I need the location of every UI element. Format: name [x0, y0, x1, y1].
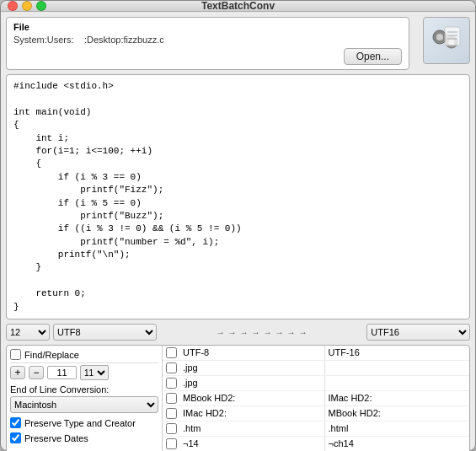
row-left-5: .htm [179, 421, 325, 436]
find-replace-label: Find/Replace [24, 350, 79, 360]
row-right-3: IMac HD2: [325, 391, 470, 405]
file-system: System:Users: [13, 35, 81, 45]
row-left-1: .jpg [179, 361, 325, 375]
app-icon [423, 17, 470, 64]
row-left-4: IMac HD2: [179, 406, 325, 421]
row-left-6: ¬14 [179, 437, 325, 451]
row-right-5: .html [325, 421, 470, 436]
window-title: TextBatchConv [201, 0, 275, 12]
open-button[interactable]: Open... [344, 48, 402, 65]
arrow-8: → [298, 327, 308, 338]
preserve-dates-checkbox[interactable] [10, 432, 21, 443]
right-panel: UTF-8 UTF-16 .jpg .jpg MBook HD2: IMac H… [163, 346, 469, 451]
arrow-2: → [227, 327, 238, 338]
file-section: File System:Users: :Desktop:fizzbuzz.c O… [6, 17, 409, 70]
table-row: UTF-8 UTF-16 [163, 346, 469, 361]
arrow-1: → [216, 327, 226, 338]
row-checkbox-0[interactable] [163, 346, 179, 360]
main-window: TextBatchConv File System:Users: :Deskto… [0, 0, 476, 451]
table-row: MBook HD2: IMac HD2: [163, 391, 469, 406]
encoding-row: 12 11 10 14 UTF8 UTF16 Shift-JIS → → → →… [6, 324, 470, 341]
table-row: .jpg [163, 376, 469, 391]
row-right-6: ¬ch14 [325, 437, 470, 451]
main-panel: Find/Replace + − 11 12 10 End of Line Co… [6, 345, 470, 451]
svg-point-1 [436, 34, 443, 40]
row-checkbox-2[interactable] [163, 376, 179, 390]
find-replace-row: Find/Replace [10, 349, 158, 363]
file-label: File [13, 22, 402, 32]
code-editor[interactable]: #include <stdio.h> int main(void) { int … [6, 74, 470, 319]
preserve-type-label: Preserve Type and Creator [24, 418, 136, 428]
eol-select[interactable]: Macintosh Unix Windows [10, 396, 158, 413]
number-field[interactable] [47, 366, 77, 379]
content-area: File System:Users: :Desktop:fizzbuzz.c O… [1, 12, 475, 451]
table-row: IMac HD2: MBook HD2: [163, 406, 469, 421]
source-encoding-select[interactable]: UTF8 UTF16 Shift-JIS [53, 324, 157, 341]
minimize-button[interactable] [22, 1, 32, 11]
preserve-type-row: Preserve Type and Creator [10, 415, 158, 428]
target-encoding-select[interactable]: UTF16 UTF8 Shift-JIS [366, 324, 470, 341]
eol-section: End of Line Conversion: Macintosh Unix W… [10, 382, 158, 413]
traffic-lights [8, 1, 46, 11]
plus-minus-row: + − 11 12 10 [10, 365, 158, 380]
preserve-type-checkbox[interactable] [10, 417, 21, 428]
row-checkbox-5[interactable] [163, 421, 179, 436]
table-row: .htm .html [163, 421, 469, 437]
file-path: :Desktop:fizzbuzz.c [84, 35, 164, 45]
row-right-1 [325, 361, 470, 375]
arrows: → → → → → → → → [160, 327, 364, 338]
row-checkbox-6[interactable] [163, 437, 179, 451]
row-right-4: MBook HD2: [325, 406, 470, 421]
remove-button[interactable]: − [29, 366, 44, 379]
find-replace-checkbox[interactable] [10, 349, 21, 360]
table-row: .jpg [163, 361, 469, 376]
number-select[interactable]: 12 11 10 14 [6, 324, 50, 341]
row-checkbox-4[interactable] [163, 406, 179, 421]
row-checkbox-1[interactable] [163, 361, 179, 375]
arrow-4: → [251, 327, 261, 338]
preserve-dates-label: Preserve Dates [24, 433, 88, 443]
file-path-row: System:Users: :Desktop:fizzbuzz.c [13, 35, 402, 45]
arrow-7: → [286, 327, 297, 338]
row-left-0: UTF-8 [179, 346, 325, 360]
arrow-3: → [239, 327, 249, 338]
close-button[interactable] [8, 1, 18, 11]
maximize-button[interactable] [36, 1, 46, 11]
open-btn-row: Open... [13, 48, 402, 65]
arrow-5: → [263, 327, 273, 338]
table-row: ¬14 ¬ch14 [163, 437, 469, 451]
row-right-0: UTF-16 [325, 346, 470, 360]
preserve-dates-row: Preserve Dates [10, 430, 158, 443]
add-button[interactable]: + [10, 366, 25, 379]
conversion-table: UTF-8 UTF-16 .jpg .jpg MBook HD2: IMac H… [163, 346, 469, 451]
row-right-2 [325, 376, 470, 390]
arrow-6: → [275, 327, 285, 338]
row-left-3: MBook HD2: [179, 391, 325, 405]
row-left-2: .jpg [179, 376, 325, 390]
titlebar: TextBatchConv [1, 1, 475, 12]
num-stepper[interactable]: 11 12 10 [80, 365, 109, 380]
eol-label: End of Line Conversion: [10, 384, 158, 395]
row-checkbox-3[interactable] [163, 391, 179, 405]
left-panel: Find/Replace + − 11 12 10 End of Line Co… [7, 346, 163, 451]
svg-rect-4 [445, 27, 460, 46]
